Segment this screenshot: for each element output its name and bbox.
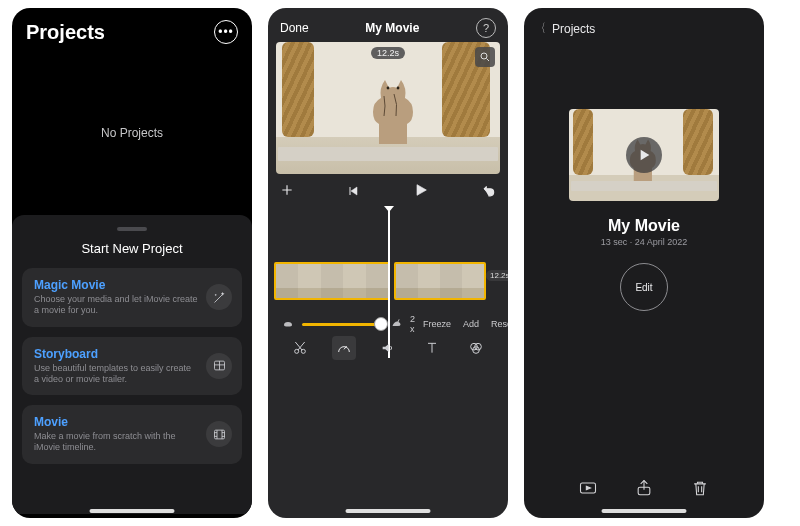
editor-title: My Movie <box>365 21 419 35</box>
project-thumbnail[interactable] <box>569 109 719 201</box>
svg-point-2 <box>387 87 390 90</box>
more-button[interactable]: ••• <box>214 20 238 44</box>
done-button[interactable]: Done <box>280 21 309 35</box>
sheet-grabber[interactable] <box>117 227 147 231</box>
freeze-button[interactable]: Freeze <box>423 319 451 329</box>
cat-subject <box>364 74 418 144</box>
filters-tool[interactable] <box>464 336 488 360</box>
projects-screen: Projects ••• No Projects Start New Proje… <box>12 8 252 518</box>
sheet-title: Start New Project <box>12 241 252 256</box>
undo-button[interactable] <box>482 183 496 201</box>
help-button[interactable]: ? <box>476 18 496 38</box>
storyboard-icon <box>206 353 232 379</box>
video-preview[interactable]: 12.2s <box>276 42 500 174</box>
option-magic-movie[interactable]: Magic Movie Choose your media and let iM… <box>22 268 242 327</box>
project-meta: 13 sec · 24 April 2022 <box>601 237 688 247</box>
back-label: Projects <box>552 22 595 36</box>
scratch-post-left <box>282 42 314 137</box>
reset-button[interactable]: Reset <box>491 319 508 329</box>
option-subtitle: Make a movie from scratch with the iMovi… <box>34 431 198 454</box>
timeline-clip[interactable] <box>394 262 486 300</box>
play-button[interactable] <box>413 182 429 202</box>
wand-icon <box>206 284 232 310</box>
option-title: Storyboard <box>34 347 198 361</box>
projects-title: Projects <box>26 21 105 44</box>
timeline-clip[interactable] <box>274 262 390 300</box>
cut-tool[interactable] <box>288 336 312 360</box>
home-indicator[interactable] <box>346 509 431 513</box>
svg-point-3 <box>397 87 400 90</box>
home-indicator[interactable] <box>90 509 175 513</box>
speed-tool[interactable] <box>332 336 356 360</box>
empty-state-text: No Projects <box>12 50 252 215</box>
project-detail-screen: 〈 Projects My Movie 13 sec · 24 April 20… <box>524 8 764 518</box>
home-indicator[interactable] <box>602 509 687 513</box>
option-storyboard[interactable]: Storyboard Use beautiful templates to ea… <box>22 337 242 396</box>
option-subtitle: Choose your media and let iMovie create … <box>34 294 198 317</box>
titles-tool[interactable] <box>420 336 444 360</box>
add-button[interactable]: Add <box>463 319 479 329</box>
speed-slider[interactable] <box>302 323 382 326</box>
option-movie[interactable]: Movie Make a movie from scratch with the… <box>22 405 242 464</box>
option-title: Movie <box>34 415 198 429</box>
add-media-button[interactable] <box>280 183 294 201</box>
zoom-button[interactable] <box>475 47 495 67</box>
new-project-sheet: Start New Project Magic Movie Choose you… <box>12 215 252 514</box>
svg-point-4 <box>481 53 487 59</box>
delete-button[interactable] <box>690 478 710 502</box>
rabbit-icon <box>390 317 402 331</box>
share-button[interactable] <box>634 478 654 502</box>
edit-button[interactable]: Edit <box>620 263 668 311</box>
play-overlay-icon <box>626 137 662 173</box>
editor-screen: Done My Movie ? 12.2s 12.2s <box>268 8 508 518</box>
play-project-button[interactable] <box>578 478 598 502</box>
volume-tool[interactable] <box>376 336 400 360</box>
option-subtitle: Use beautiful templates to easily create… <box>34 363 198 386</box>
toolbar <box>268 330 508 366</box>
chevron-left-icon: 〈 <box>538 20 545 37</box>
timeline[interactable]: 12.2s 2 x Freeze Add Reset <box>268 210 508 370</box>
duration-badge: 12.2s <box>371 47 405 59</box>
platform <box>278 147 498 161</box>
prev-frame-button[interactable] <box>347 183 359 201</box>
svg-rect-1 <box>214 430 224 439</box>
option-title: Magic Movie <box>34 278 198 292</box>
turtle-icon <box>282 317 294 331</box>
project-title: My Movie <box>608 217 680 235</box>
film-icon <box>206 421 232 447</box>
back-button[interactable]: 〈 Projects <box>524 8 764 49</box>
clip-duration-label: 12.2s <box>486 270 508 281</box>
